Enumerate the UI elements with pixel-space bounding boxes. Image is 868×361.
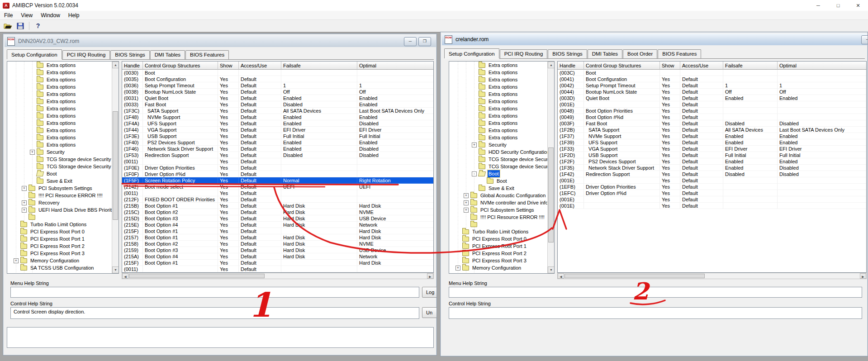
table-row[interactable]: (001E) YesDefault <box>558 203 866 209</box>
tab[interactable]: BIOS Features <box>658 49 701 58</box>
table-row[interactable]: (001E) YesDefault <box>558 196 866 203</box>
expander-icon[interactable]: + <box>464 208 469 213</box>
tree-item[interactable]: + Memory Configuration <box>7 257 112 264</box>
expander-icon[interactable]: + <box>472 142 477 147</box>
column-header[interactable]: Control Group Structures <box>584 62 660 70</box>
tree-item[interactable]: Extra options <box>449 112 547 119</box>
tree-item[interactable]: PCI Express Root Port 1 <box>449 242 547 250</box>
tree-item[interactable]: Extra options <box>7 134 112 141</box>
table-row[interactable]: (1F5F)Screen Rotation Policy YesDefault … <box>122 177 433 184</box>
table-row[interactable]: (1F4A) UFS Support YesDefault EnabledDis… <box>122 120 433 127</box>
table-row[interactable]: (215A)Boot Option #4 YesDefault Hard Dis… <box>122 253 433 260</box>
scrollbar-thumb[interactable] <box>564 274 705 278</box>
tree-item[interactable]: Extra options <box>449 90 547 98</box>
tree-item[interactable]: PCI Express Root Port 2 <box>7 242 112 250</box>
control-help-box[interactable]: Control Screen display direction. <box>10 307 419 319</box>
menu-item[interactable]: Window <box>37 12 64 19</box>
save-icon[interactable] <box>15 21 25 30</box>
column-header[interactable]: Failsafe <box>723 62 778 70</box>
table-row[interactable]: (1F2F) PS2 Devices Support YesDefault En… <box>558 158 866 165</box>
scroll-down-icon[interactable]: ▼ <box>112 266 119 273</box>
table-row[interactable]: (1F44) VGA Support YesDefault EFI Driver… <box>122 127 433 133</box>
expander-icon[interactable]: + <box>14 258 19 263</box>
table-row[interactable]: (2159)Boot Option #3 YesDefault Hard Dis… <box>122 247 433 253</box>
tree-item[interactable]: + Global Acoustic Configuration <box>449 192 547 199</box>
scrollbar-thumb[interactable] <box>113 111 118 220</box>
tab[interactable]: BIOS Strings <box>548 49 587 58</box>
tab[interactable]: Setup Configuration <box>7 49 62 59</box>
child-minimize-icon[interactable]: ─ <box>404 37 417 46</box>
tree-item[interactable]: SA TCSS USB Configuration <box>7 264 112 271</box>
scrollbar-thumb[interactable] <box>129 274 265 278</box>
tab[interactable]: PCI IRQ Routing <box>62 50 110 59</box>
scroll-left-icon[interactable]: ◀ <box>558 273 564 279</box>
tree-item[interactable]: Extra options <box>7 98 112 105</box>
tree-item[interactable]: HDD Security Configuration <box>449 148 547 156</box>
tree-item[interactable]: + Security <box>449 141 547 148</box>
log-button[interactable]: Log <box>422 287 437 298</box>
expander-icon[interactable]: + <box>22 186 27 191</box>
tree-item[interactable]: TCG Storage device Security <box>449 156 547 163</box>
tree-item[interactable]: + UEFI Hard Disk Drive BBS Priorities <box>7 206 112 214</box>
tree-item[interactable]: PCI Express Root Port 3 <box>449 257 547 264</box>
tree-item[interactable]: + PCI Subsystem Settings <box>7 185 112 192</box>
child-restore-icon[interactable]: ❐ <box>418 37 431 46</box>
tree-vertical-scrollbar[interactable]: ▲ ▼ <box>547 62 554 273</box>
tab[interactable]: Setup Configuration <box>444 48 499 58</box>
table-row[interactable]: (1F0F)Driver Option #%d YesDefault <box>122 171 433 177</box>
column-header[interactable]: Access/Use <box>239 62 281 70</box>
table-row[interactable]: (215E)Boot Option #4 YesDefault Hard Dis… <box>122 222 433 228</box>
column-header[interactable]: Handle <box>122 62 143 70</box>
tree-item[interactable]: Extra options <box>449 134 547 141</box>
tree-item[interactable]: Extra options <box>449 119 547 127</box>
scroll-up-icon[interactable]: ▲ <box>548 62 555 68</box>
menu-item[interactable]: View <box>17 12 37 19</box>
tab[interactable]: PCI IRQ Routing <box>500 49 548 58</box>
table-row[interactable]: (0044)Bootup NumLock State YesDefault Of… <box>558 89 866 95</box>
expander-icon[interactable]: + <box>464 200 469 205</box>
table-row[interactable]: (2157)Boot Option #1 YesDefault Hard Dis… <box>122 234 433 241</box>
child-minimize-icon[interactable]: ─ <box>861 35 868 44</box>
expander-icon[interactable]: + <box>30 150 35 155</box>
table-row[interactable]: (1F53)Redirection Support YesDefault Dis… <box>122 152 433 158</box>
tree-item[interactable]: Extra options <box>7 119 112 127</box>
minimize-icon[interactable]: ─ <box>808 0 828 11</box>
tree-item[interactable]: + NVMe controller and Drive inform <box>449 199 547 206</box>
table-row[interactable]: (1EFB)Driver Option Priorities YesDefaul… <box>558 184 866 190</box>
table-row[interactable]: (0049)Boot Option #%d YesDefault <box>558 114 866 120</box>
menu-item[interactable]: Help <box>64 12 84 19</box>
tree-item[interactable]: Extra options <box>7 105 112 112</box>
table-horizontal-scrollbar[interactable]: ◀ ▶ <box>122 273 434 279</box>
tree-item[interactable]: TCG Storage device Security <box>7 156 112 163</box>
table-row[interactable]: (0011) YesDefault <box>122 190 433 196</box>
tree-item[interactable]: PCI Express Root Port 1 <box>7 235 112 242</box>
tree-item[interactable]: Extra options <box>7 62 112 69</box>
menu-help-box[interactable] <box>449 287 862 298</box>
tree-item[interactable]: TCG Storage device Security <box>7 163 112 170</box>
table-row[interactable]: (0042)Setup Prompt Timeout YesDefault 11 <box>558 82 866 89</box>
scroll-up-icon[interactable]: ▲ <box>112 62 119 68</box>
column-header[interactable]: Optimal <box>357 62 434 70</box>
tree-item[interactable]: Extra options <box>449 76 547 83</box>
tree-item[interactable]: Save & Exit <box>449 185 547 192</box>
tree-item[interactable]: + Security <box>7 148 112 156</box>
table-row[interactable]: (1EFC)Driver Option #%d YesDefault <box>558 190 866 196</box>
table-row[interactable]: (0011) YesDefault <box>122 158 433 165</box>
column-header[interactable]: Access/Use <box>680 62 723 70</box>
table-row[interactable]: (0030)Boot <box>122 70 433 76</box>
table-row[interactable]: (003C)Boot <box>558 70 866 76</box>
update-button[interactable]: Un <box>422 307 437 318</box>
tree-item[interactable]: Turbo Ratio Limit Options <box>7 221 112 228</box>
expander-icon[interactable]: + <box>22 208 27 213</box>
table-row[interactable]: (0038)Bootup NumLock State YesDefault Of… <box>122 89 433 95</box>
tree-vertical-scrollbar[interactable]: ▲ ▼ <box>112 62 119 273</box>
maximize-icon[interactable]: □ <box>828 0 848 11</box>
table-row[interactable]: (215C)Boot Option #2 YesDefault Hard Dis… <box>122 209 433 215</box>
tree-item[interactable]: TCG Storage device Security <box>449 163 547 170</box>
table-row[interactable]: (215F)Boot Option #1 YesDefault Hard Dis… <box>122 260 433 266</box>
tree-item[interactable]: Extra options <box>7 76 112 83</box>
expander-icon[interactable]: + <box>22 200 27 205</box>
tree-item[interactable]: Extra options <box>449 98 547 105</box>
column-header[interactable]: Show <box>660 62 680 70</box>
table-row[interactable]: (1F46) Network Stack Driver Support YesD… <box>122 146 433 152</box>
